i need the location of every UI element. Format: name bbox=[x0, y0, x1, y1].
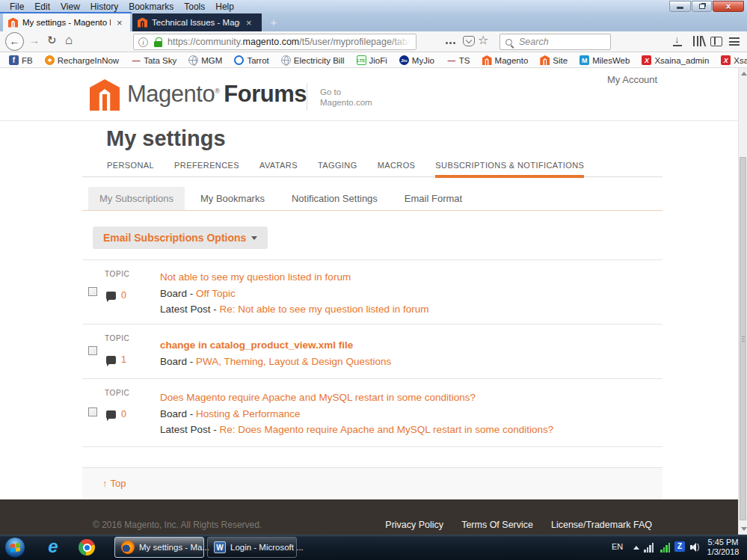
latest-prefix: Latest Post - bbox=[160, 304, 220, 315]
bookmark-xsaina-admin[interactable]: Xsaina_admin bbox=[642, 55, 709, 65]
new-tab-button[interactable]: + bbox=[266, 16, 281, 29]
network-signal-icon[interactable] bbox=[644, 543, 654, 553]
subtab-my-bookmarks[interactable]: My Bookmarks bbox=[189, 187, 276, 210]
comment-bubble-icon bbox=[106, 410, 116, 419]
menu-view[interactable]: View bbox=[55, 1, 85, 13]
bookmark-fb[interactable]: FB bbox=[9, 55, 33, 65]
close-button[interactable]: × bbox=[713, 1, 744, 12]
site-info-icon[interactable]: i bbox=[138, 37, 148, 47]
tab-close-icon[interactable]: × bbox=[115, 17, 124, 28]
tab-subscriptions-notifications[interactable]: SUBSCRIPTIONS & NOTIFICATIONS bbox=[435, 161, 584, 178]
row-checkbox[interactable] bbox=[88, 346, 97, 355]
bookmark-site[interactable]: Site bbox=[540, 55, 568, 65]
forward-button[interactable]: → bbox=[29, 34, 40, 46]
bookmark-electricity[interactable]: Electricity Bill bbox=[281, 55, 345, 65]
topic-title-link[interactable]: Does Magento require Apache and MySQL re… bbox=[160, 392, 476, 403]
arrow-up-icon: ↑ bbox=[102, 478, 108, 489]
bookmark-jiofi[interactable]: JioFi bbox=[357, 55, 387, 65]
page-scrollbar[interactable] bbox=[738, 68, 747, 535]
bookmark-magento[interactable]: Magento bbox=[482, 55, 529, 65]
latest-post-link[interactable]: Re: Does Magento require Apache and MySQ… bbox=[220, 424, 554, 435]
tab-preferences[interactable]: PREFERENCES bbox=[174, 161, 239, 178]
brand-text[interactable]: Magento®Forums bbox=[127, 81, 307, 108]
scroll-down-icon[interactable] bbox=[741, 527, 747, 531]
internet-explorer-icon[interactable]: e bbox=[43, 537, 63, 557]
my-account-link[interactable]: My Account bbox=[607, 74, 657, 85]
pocket-icon[interactable] bbox=[463, 36, 475, 46]
start-button[interactable] bbox=[4, 537, 25, 558]
bookmark-ts[interactable]: TS bbox=[446, 55, 470, 65]
search-input[interactable] bbox=[517, 36, 600, 48]
privacy-policy-link[interactable]: Privacy Policy bbox=[385, 520, 443, 530]
tab-personal[interactable]: PERSONAL bbox=[107, 161, 154, 178]
subtab-my-subscriptions[interactable]: My Subscriptions bbox=[88, 187, 185, 210]
tab-macros[interactable]: MACROS bbox=[378, 161, 416, 178]
chrome-icon[interactable] bbox=[79, 539, 95, 556]
sidebar-icon[interactable] bbox=[710, 37, 722, 46]
tab-close-icon[interactable]: × bbox=[245, 17, 253, 28]
bookmark-star-icon[interactable]: ☆ bbox=[478, 33, 488, 47]
menu-tools[interactable]: Tools bbox=[179, 1, 210, 13]
menu-file[interactable]: File bbox=[4, 1, 29, 13]
subscription-subtabs: My Subscriptions My Bookmarks Notificati… bbox=[88, 187, 478, 210]
wifi-signal-icon[interactable] bbox=[660, 543, 670, 553]
menu-edit[interactable]: Edit bbox=[29, 1, 55, 13]
menu-history[interactable]: History bbox=[85, 1, 123, 13]
email-subscriptions-options-button[interactable]: Email Subscriptions Options bbox=[93, 227, 268, 249]
volume-icon[interactable]: ) bbox=[690, 543, 701, 552]
topic-title-link[interactable]: Not able to see my question listed in fo… bbox=[160, 271, 351, 283]
bookmark-tarrot[interactable]: Tarrot bbox=[234, 55, 268, 65]
scroll-up-icon[interactable] bbox=[741, 72, 747, 76]
bookmark-myjio[interactable]: MyJio bbox=[399, 55, 434, 65]
row-kind-label: TOPIC bbox=[105, 389, 129, 397]
library-icon[interactable] bbox=[693, 36, 701, 46]
row-checkbox[interactable] bbox=[88, 287, 97, 296]
taskbar-clock[interactable]: 5:45 PM 1/3/2018 bbox=[704, 538, 743, 557]
terms-of-service-link[interactable]: Terms Of Service bbox=[461, 520, 533, 530]
tab-technical-issues[interactable]: Technical Issues - Magento For × bbox=[132, 13, 262, 31]
scrollbar-thumb[interactable] bbox=[740, 157, 746, 520]
bookmark-xsaina[interactable]: Xsaina bbox=[721, 55, 747, 65]
bookmark-rechargeinnow[interactable]: RechargeInNow bbox=[45, 55, 119, 65]
downloads-icon[interactable] bbox=[672, 35, 683, 47]
hamburger-menu-icon[interactable] bbox=[729, 37, 740, 46]
language-indicator[interactable]: EN bbox=[612, 542, 623, 551]
magento-logo[interactable] bbox=[90, 79, 120, 111]
menu-bookmarks[interactable]: Bookmarks bbox=[123, 1, 179, 13]
board-link[interactable]: PWA, Theming, Layout & Design Questions bbox=[196, 356, 391, 367]
row-checkbox[interactable] bbox=[88, 407, 97, 416]
topic-title-link[interactable]: change in catalog_product_view.xml file bbox=[160, 339, 353, 351]
subtab-notification-settings[interactable]: Notification Settings bbox=[280, 187, 389, 210]
row-kind-label: TOPIC bbox=[105, 334, 129, 342]
latest-post-link[interactable]: Re: Not able to see my question listed i… bbox=[220, 304, 429, 315]
tab-avatars[interactable]: AVATARS bbox=[259, 161, 298, 178]
hidden-icons-arrow[interactable] bbox=[633, 546, 639, 550]
reload-button[interactable]: ↻ bbox=[47, 34, 57, 47]
board-link[interactable]: Hosting & Performance bbox=[196, 408, 301, 419]
site-footer: © 2016 Magento, Inc. All Rights Reserved… bbox=[0, 499, 738, 535]
tab-tagging[interactable]: TAGGING bbox=[318, 161, 357, 178]
firefox-task-button[interactable]: My settings - Ma... bbox=[114, 537, 204, 558]
menu-help[interactable]: Help bbox=[210, 1, 239, 13]
bookmark-milesweb[interactable]: MilesWeb bbox=[580, 55, 630, 65]
license-trademark-link[interactable]: License/Trademark FAQ bbox=[551, 520, 652, 530]
zemana-tray-icon[interactable]: Z bbox=[674, 541, 685, 552]
word-task-button[interactable]: W Login - Microsoft ... bbox=[207, 537, 297, 558]
bookmark-mgm[interactable]: MGM bbox=[188, 55, 222, 65]
url-bar[interactable]: i https://community.magento.com/t5/user/… bbox=[133, 34, 416, 50]
board-link[interactable]: Off Topic bbox=[196, 288, 236, 299]
goto-magento-link[interactable]: Go toMagento.com bbox=[320, 87, 372, 108]
subtab-email-format[interactable]: Email Format bbox=[393, 187, 473, 210]
minimize-icon bbox=[677, 7, 683, 9]
restore-button[interactable] bbox=[692, 1, 712, 12]
bookmark-tatasky[interactable]: Tata Sky bbox=[131, 55, 176, 65]
page-actions-icon[interactable] bbox=[446, 42, 448, 44]
restore-icon bbox=[699, 4, 705, 9]
minimize-button[interactable] bbox=[669, 1, 691, 12]
back-to-top-link[interactable]: ↑Top bbox=[102, 478, 126, 489]
back-button[interactable]: ← bbox=[5, 32, 24, 51]
search-box[interactable] bbox=[499, 34, 611, 50]
tab-my-settings[interactable]: My settings - Magento Forums × bbox=[3, 13, 130, 31]
home-button[interactable]: ⌂ bbox=[65, 33, 73, 48]
browser-menubar: File Edit View History Bookmarks Tools H… bbox=[4, 1, 239, 13]
